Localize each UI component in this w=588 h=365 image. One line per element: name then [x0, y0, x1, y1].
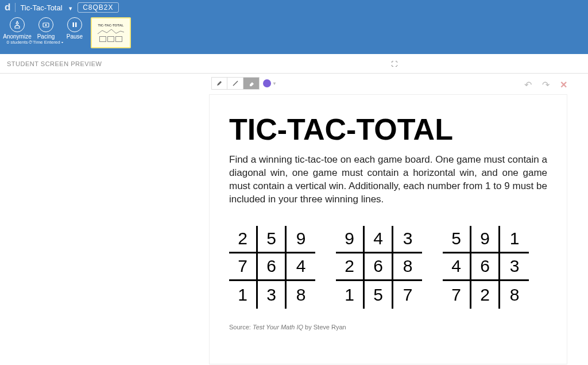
pacing-sub: ⏱Time Entered ▾: [28, 40, 64, 45]
board-cell: 5: [443, 226, 471, 253]
board-cell: 9: [336, 226, 365, 253]
line-tool[interactable]: [227, 77, 243, 90]
board-cell: 7: [393, 281, 422, 309]
board-cell: 1: [336, 281, 365, 309]
pacing-button[interactable]: Pacing ⏱Time Entered ▾: [33, 17, 59, 45]
svg-rect-2: [73, 22, 75, 27]
board-cell: 8: [500, 281, 529, 309]
eraser-tool[interactable]: [243, 77, 260, 90]
board-cell: 4: [365, 226, 393, 253]
worksheet-instructions: Find a winning tic-tac-toe on each game …: [229, 153, 547, 206]
color-caret-icon: ▼: [272, 81, 277, 86]
board-cell: 8: [393, 253, 422, 281]
board-row: 728: [443, 281, 529, 309]
pencil-tool[interactable]: [211, 77, 227, 90]
board-cell: 6: [258, 253, 287, 281]
worksheet-title: TIC-TAC-TOTAL: [229, 114, 547, 144]
anonymize-button[interactable]: Anonymize 0 students: [5, 17, 30, 45]
document-title-dropdown[interactable]: Tic-Tac-Total ▼: [20, 3, 73, 12]
board-cell: 1: [229, 281, 258, 309]
source-suffix: by Steve Ryan: [303, 324, 346, 331]
preview-bar: STUDENT SCREEN PREVIEW ⛶: [0, 54, 588, 74]
board-cell: 8: [287, 281, 315, 309]
pause-label: Pause: [67, 33, 83, 40]
worksheet: TIC-TAC-TOTAL Find a winning tic-tac-toe…: [209, 94, 567, 364]
board-cell: 1: [500, 226, 529, 253]
slide-thumbnail[interactable]: TIC-TAC-TOTAL: [91, 17, 131, 48]
board-row: 259: [229, 226, 315, 253]
board-cell: 6: [365, 253, 393, 281]
board-cell: 9: [287, 226, 315, 253]
board-cell: 2: [229, 226, 258, 253]
app-header: d Tic-Tac-Total ▼ C8QB2X Anonymize 0 stu…: [0, 0, 588, 54]
color-picker[interactable]: [263, 79, 271, 87]
game-board: 259764138: [229, 226, 315, 309]
board-row: 157: [336, 281, 422, 309]
pause-icon: [67, 17, 82, 32]
board-cell: 5: [258, 226, 287, 253]
divider: [15, 3, 16, 12]
board-cell: 9: [471, 226, 500, 253]
redo-button[interactable]: ↷: [542, 79, 550, 90]
board-cell: 4: [443, 253, 471, 281]
worksheet-source: Source: Test Your Math IQ by Steve Ryan: [229, 324, 547, 331]
game-board: 591463728: [443, 226, 529, 309]
expand-icon[interactable]: ⛶: [391, 60, 398, 67]
canvas-right-tools: ↶ ↷ ✕: [524, 79, 567, 90]
svg-point-1: [45, 24, 47, 26]
source-title: Test Your Math IQ: [253, 324, 303, 331]
document-title-text: Tic-Tac-Total: [20, 3, 62, 12]
thumb-label: TIC-TAC-TOTAL: [98, 24, 124, 27]
anonymize-icon: [10, 17, 25, 32]
board-cell: 2: [336, 253, 365, 281]
board-row: 268: [336, 253, 422, 281]
game-board: 943268157: [336, 226, 422, 309]
board-cell: 3: [258, 281, 287, 309]
game-boards: 259764138943268157591463728: [229, 226, 547, 309]
pacing-label: Pacing: [37, 33, 55, 40]
board-cell: 7: [229, 253, 258, 281]
caret-down-icon: ▼: [68, 6, 73, 11]
board-cell: 3: [393, 226, 422, 253]
pause-button[interactable]: Pause: [62, 17, 87, 40]
board-cell: 7: [443, 281, 471, 309]
thumb-chart-icon: [96, 28, 125, 35]
svg-line-4: [233, 81, 238, 86]
svg-rect-3: [75, 22, 77, 27]
pacing-icon: [38, 17, 53, 32]
board-cell: 4: [287, 253, 315, 281]
board-cell: 3: [500, 253, 529, 281]
board-row: 138: [229, 281, 315, 309]
board-cell: 2: [471, 281, 500, 309]
source-prefix: Source:: [229, 324, 253, 331]
board-cell: 5: [365, 281, 393, 309]
anonymize-sub: 0 students: [7, 40, 28, 45]
board-row: 463: [443, 253, 529, 281]
brand-logo: d: [5, 2, 10, 13]
board-row: 591: [443, 226, 529, 253]
canvas-area: ▼ ↶ ↷ ✕ TIC-TAC-TOTAL Find a winning tic…: [0, 74, 588, 365]
class-code-button[interactable]: C8QB2X: [78, 2, 118, 13]
board-row: 943: [336, 226, 422, 253]
close-button[interactable]: ✕: [560, 79, 567, 90]
anonymize-label: Anonymize: [3, 33, 31, 40]
preview-label: STUDENT SCREEN PREVIEW: [7, 60, 102, 67]
thumb-grid: [99, 36, 122, 42]
board-row: 764: [229, 253, 315, 281]
board-cell: 6: [471, 253, 500, 281]
undo-button[interactable]: ↶: [524, 79, 532, 90]
drawing-toolbar: ▼: [211, 77, 277, 90]
